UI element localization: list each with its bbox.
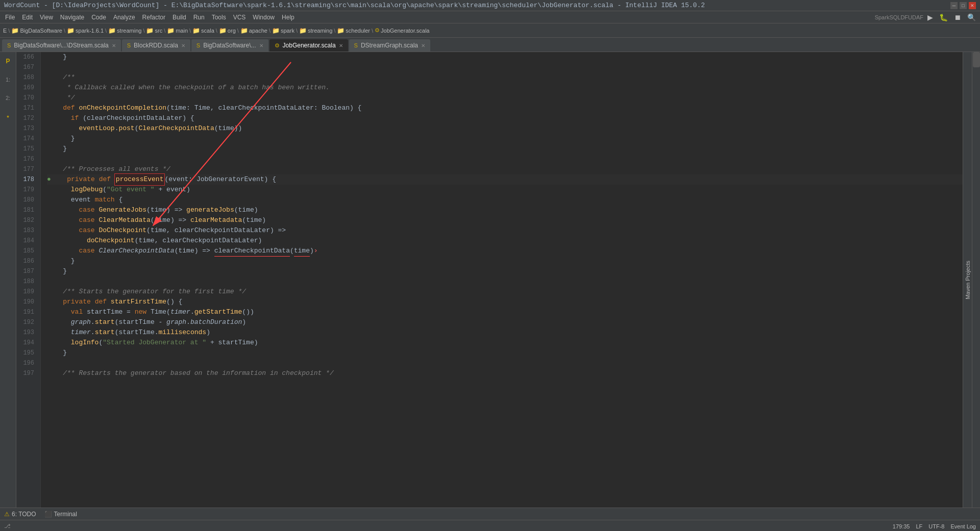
code-line-191: val startTime = new Time(timer.getStartT… [47,307,966,317]
linenum-166: 166 [16,52,37,62]
linenum-197: 197 [16,368,37,378]
menu-tools[interactable]: Tools [209,13,229,22]
nav-org[interactable]: 📁org [219,27,236,34]
editor-area: 166 167 168 169 170 171 172 173 174 175 … [16,52,980,508]
nav-src[interactable]: 📁src [146,27,162,34]
code-line-178: ● private def processEvent(event: JobGen… [47,174,966,185]
nav-apache[interactable]: 📁apache [240,27,267,34]
tab-dstream[interactable]: S BigDataSoftware\...\DStream.scala ✕ [2,39,121,52]
debug-button[interactable]: 🐛 [937,12,950,22]
code-line-168: /** [47,72,966,83]
menu-analyze[interactable]: Analyze [110,13,138,22]
linenum-193: 193 [16,327,37,338]
window-controls[interactable]: ─ □ ✕ [950,2,976,9]
menu-help[interactable]: Help [279,13,298,22]
cursor-position: 179:35 [893,523,910,529]
search-everywhere-button[interactable]: 🔍 [965,12,978,22]
tab-dstreamgraph-icon: S [354,42,358,48]
menu-run[interactable]: Run [190,13,208,22]
menu-refactor[interactable]: Refactor [139,13,168,22]
status-left: ⎇ [4,523,11,529]
tab-jobgenerator-icon: ⚙ [275,42,280,49]
close-button[interactable]: ✕ [969,2,976,9]
code-line-182: case ClearMetadata(time) => clearMetadat… [47,215,966,225]
code-line-170: */ [47,93,966,103]
menu-view[interactable]: View [37,13,56,22]
tab-dstream-icon: S [7,42,11,48]
tab-blockrdd-close[interactable]: ✕ [181,43,185,48]
linenum-178: 178 [16,174,37,185]
code-line-183: case DoCheckpoint(time, clearCheckpointD… [47,225,966,236]
nav-scheduler[interactable]: 📁scheduler [337,27,370,34]
project-icon[interactable]: P [1,54,15,68]
nav-scala[interactable]: 📁scala [192,27,214,34]
menu-build[interactable]: Build [169,13,189,22]
code-line-196 [47,358,966,368]
maven-projects-panel[interactable]: Maven Projects [963,52,972,508]
tab-bigdata2[interactable]: S BigDataSoftware\... ✕ [191,39,268,52]
nav-e[interactable]: E [3,28,7,34]
nav-bar: E \ 📁BigDataSoftware \ 📁spark-1.6.1 \ 📁s… [0,23,980,38]
menu-window[interactable]: Window [250,13,278,22]
bottom-tab-todo[interactable]: ⚠ 6: TODO [4,511,36,518]
nav-spark2[interactable]: 📁spark [272,27,295,34]
tab-jobgenerator[interactable]: ⚙ JobGenerator.scala ✕ [270,39,348,52]
menu-bar: File Edit View Navigate Code Analyze Ref… [0,11,980,23]
code-line-195: } [47,348,966,358]
nav-main[interactable]: 📁main [167,27,188,34]
run-button[interactable]: ▶ [925,12,935,22]
status-right: 179:35 LF UTF-8 Event Log [893,523,976,529]
code-line-166: } [47,52,966,62]
linenum-182: 182 [16,215,37,225]
maven-projects-label: Maven Projects [965,261,971,299]
terminal-tab-icon: ⬛ [44,511,52,518]
code-content[interactable]: } /** * Callback called when the checkpo… [41,52,972,508]
menu-file[interactable]: File [2,13,18,22]
run-config-label: SparkSQLDFUDAF [875,14,923,20]
linenum-172: 172 [16,113,37,123]
nav-spark[interactable]: 📁spark-1.6.1 [67,27,104,34]
maximize-button[interactable]: □ [960,2,967,9]
code-line-180: event match { [47,195,966,205]
todo-tab-label: 6: TODO [12,511,36,518]
linenum-195: 195 [16,348,37,358]
tab-dstreamgraph-close[interactable]: ✕ [421,43,425,48]
menu-vcs[interactable]: VCS [230,13,249,22]
tab-dstreamgraph[interactable]: S DStreamGraph.scala ✕ [349,39,430,52]
code-line-189: /** Starts the generator for the first t… [47,287,966,297]
title-bar: WordCount - [D:\IdeaProjects\WordCount] … [0,0,980,11]
menu-navigate[interactable]: Navigate [57,13,87,22]
menu-code[interactable]: Code [88,13,109,22]
tab-bigdata2-close[interactable]: ✕ [259,43,263,48]
nav-bigdata[interactable]: 📁BigDataSoftware [11,27,62,34]
line-numbers: 166 167 168 169 170 171 172 173 174 175 … [16,52,41,508]
code-line-186: } [47,256,966,266]
tab-dstream-close[interactable]: ✕ [112,43,116,48]
code-line-194: logInfo("Started JobGenerator at " + sta… [47,338,966,348]
tab-bigdata2-icon: S [197,42,200,48]
linenum-185: 185 [16,246,37,256]
tab-blockrdd[interactable]: S BlockRDD.scala ✕ [122,39,190,52]
tab-jobgenerator-close[interactable]: ✕ [339,43,343,48]
nav-jobgenerator[interactable]: ⚙JobGenerator.scala [375,27,429,34]
nav-streaming2[interactable]: 📁streaming [299,27,332,34]
linenum-192: 192 [16,317,37,327]
todo-icon[interactable]: ★ [1,109,15,123]
scrollbar-panel[interactable] [972,52,980,508]
scrollbar-thumb[interactable] [973,52,980,67]
linenum-180: 180 [16,195,37,205]
linenum-186: 186 [16,256,37,266]
bottom-tab-terminal[interactable]: ⬛ Terminal [44,511,77,518]
event-log[interactable]: Event Log [950,523,976,529]
menu-edit[interactable]: Edit [19,13,36,22]
linenum-174: 174 [16,134,37,144]
stop-button[interactable]: ⏹ [952,12,963,22]
tab-dstreamgraph-label: DStreamGraph.scala [361,42,418,49]
minimize-button[interactable]: ─ [950,2,958,9]
nav-streaming[interactable]: 📁streaming [108,27,141,34]
favorites-icon[interactable]: 2: [1,91,15,105]
title-text: WordCount - [D:\IdeaProjects\WordCount] … [4,2,705,9]
code-line-167 [47,62,966,72]
code-line-173: eventLoop.post(ClearCheckpointData(time)… [47,123,966,134]
structure-icon[interactable]: 1: [1,72,15,87]
